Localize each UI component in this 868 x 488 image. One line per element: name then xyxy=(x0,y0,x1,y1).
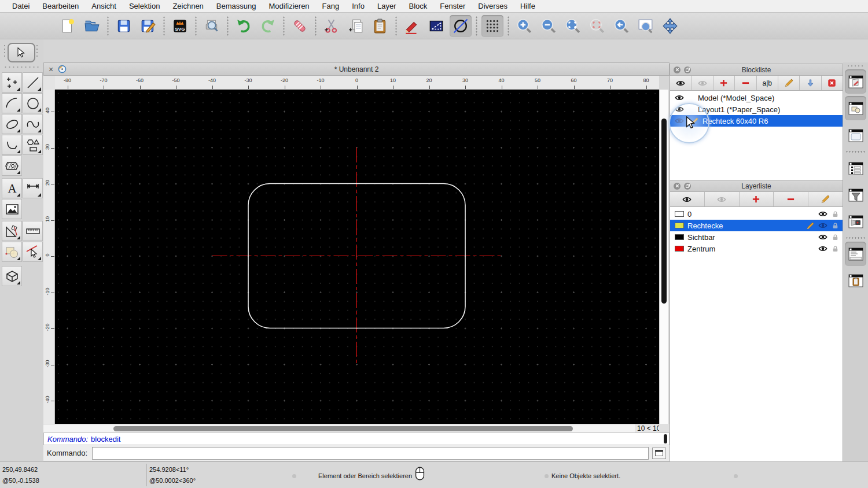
drag-handle[interactable] xyxy=(3,66,39,68)
remove-block-button[interactable] xyxy=(735,76,756,90)
block-list-titlebar[interactable]: Blockliste xyxy=(670,64,843,76)
print-preview-button[interactable] xyxy=(201,15,223,37)
modify-attributes-tool[interactable] xyxy=(23,242,43,262)
measure-tool[interactable] xyxy=(2,221,22,241)
drawing-window-titlebar[interactable]: × * Unbenannt 2 xyxy=(43,62,670,76)
hide-all-layers-button[interactable] xyxy=(705,192,740,206)
command-dock-button[interactable] xyxy=(845,242,866,266)
layer-row-rechtecke[interactable]: Rechtecke xyxy=(670,220,843,231)
delete-all-blocks-button[interactable] xyxy=(822,76,843,90)
drawing-canvas[interactable] xyxy=(55,90,659,424)
canvas-horizontal-scrollbar[interactable]: 10 < 100 xyxy=(43,424,670,432)
lock-icon[interactable] xyxy=(832,222,839,230)
command-input[interactable] xyxy=(92,447,649,460)
menu-info[interactable]: Info xyxy=(345,2,371,10)
dimension-tool[interactable] xyxy=(23,178,43,198)
layer-list-float-button[interactable] xyxy=(684,183,691,190)
close-tab-icon[interactable]: × xyxy=(49,65,53,74)
add-layer-button[interactable] xyxy=(740,192,774,206)
command-history-scrollbar[interactable] xyxy=(664,434,667,443)
menu-hilfe[interactable]: Hilfe xyxy=(514,2,542,10)
rename-block-button[interactable]: a|b xyxy=(757,76,778,90)
cut-button[interactable] xyxy=(321,15,343,37)
new-document-button[interactable] xyxy=(57,15,79,37)
delete-button[interactable] xyxy=(289,15,311,37)
menu-zeichnen[interactable]: Zeichnen xyxy=(166,2,209,10)
layer-list-titlebar[interactable]: Layerliste xyxy=(670,180,843,192)
zoom-auto-button[interactable] xyxy=(562,15,584,37)
library-dock-button[interactable] xyxy=(845,156,866,180)
paste-button[interactable] xyxy=(369,15,391,37)
menu-selektion[interactable]: Selektion xyxy=(123,2,166,10)
block-edit-dock-button[interactable] xyxy=(845,69,866,94)
lock-icon[interactable] xyxy=(832,234,839,241)
projection-dock-button[interactable] xyxy=(845,209,866,234)
filter-dock-button[interactable] xyxy=(845,183,866,207)
show-all-blocks-button[interactable] xyxy=(670,76,692,90)
zoom-back-button[interactable] xyxy=(610,15,632,37)
undo-button[interactable] xyxy=(233,15,255,37)
solid-3d-tool[interactable] xyxy=(2,266,22,286)
menu-datei[interactable]: Datei xyxy=(6,2,36,10)
h-scroll-thumb[interactable] xyxy=(113,426,573,431)
lock-icon[interactable] xyxy=(832,245,839,253)
spline-tool[interactable] xyxy=(23,114,43,134)
eye-icon[interactable] xyxy=(818,221,827,230)
hatch-tool[interactable] xyxy=(2,156,22,176)
drag-handle[interactable] xyxy=(847,65,864,67)
menu-modifizieren[interactable]: Modifizieren xyxy=(263,2,316,10)
eye-icon[interactable] xyxy=(818,232,827,242)
save-as-button[interactable] xyxy=(137,15,159,37)
show-all-layers-button[interactable] xyxy=(670,192,705,206)
arc-tool[interactable] xyxy=(2,93,22,113)
menu-bearbeiten[interactable]: Bearbeiten xyxy=(36,2,85,10)
menu-diverses[interactable]: Diverses xyxy=(472,2,514,10)
edit-block-button[interactable] xyxy=(778,76,800,90)
hide-all-blocks-button[interactable] xyxy=(692,76,713,90)
lock-icon[interactable] xyxy=(832,210,839,218)
line-tool[interactable] xyxy=(23,72,43,93)
add-block-button[interactable] xyxy=(713,76,735,90)
draw-pencil-button[interactable] xyxy=(401,15,423,37)
zoom-previous-button[interactable] xyxy=(586,15,608,37)
block-list-close-button[interactable] xyxy=(674,66,681,73)
menu-fenster[interactable]: Fenster xyxy=(433,2,472,10)
edit-layer-button[interactable] xyxy=(808,192,843,206)
copy-button[interactable] xyxy=(345,15,367,37)
layer-list-close-button[interactable] xyxy=(674,183,681,190)
menu-fang[interactable]: Fang xyxy=(316,2,346,10)
modify-tool[interactable] xyxy=(2,242,22,262)
menu-block[interactable]: Block xyxy=(402,2,433,10)
layer-row-zentrum[interactable]: Zentrum xyxy=(670,243,843,254)
eye-icon[interactable] xyxy=(675,93,684,102)
canvas-vertical-scrollbar[interactable] xyxy=(659,90,668,424)
command-options-button[interactable] xyxy=(652,448,666,459)
menu-bemassung[interactable]: Bemassung xyxy=(210,2,263,10)
preview-dock-button[interactable] xyxy=(845,123,866,147)
save-button[interactable] xyxy=(113,15,135,37)
layer-row-0[interactable]: 0 xyxy=(670,208,843,220)
layer-row-sichtbar[interactable]: Sichtbar xyxy=(670,231,843,243)
circle-tool[interactable] xyxy=(23,93,43,113)
drag-handle[interactable] xyxy=(36,44,38,59)
drag-handle[interactable] xyxy=(3,44,6,59)
block-row-model[interactable]: Model (*Model_Space) xyxy=(670,92,843,103)
clipboard-dock-button[interactable] xyxy=(845,268,866,293)
v-scroll-thumb[interactable] xyxy=(661,119,667,304)
polyline-tool[interactable] xyxy=(2,135,22,155)
line-box-button[interactable] xyxy=(425,15,447,37)
points-tool[interactable] xyxy=(2,72,22,93)
draft-mode-button[interactable] xyxy=(450,15,472,37)
menu-ansicht[interactable]: Ansicht xyxy=(85,2,123,10)
select-tool-button[interactable] xyxy=(8,43,35,62)
zoom-out-button[interactable] xyxy=(538,15,560,37)
ellipse-tool[interactable] xyxy=(2,114,22,134)
ruler-tool[interactable] xyxy=(23,221,43,241)
image-tool[interactable] xyxy=(2,199,22,219)
modify-dock-button[interactable] xyxy=(845,96,866,120)
block-list-float-button[interactable] xyxy=(684,66,691,73)
eye-icon[interactable] xyxy=(818,209,827,219)
redo-button[interactable] xyxy=(257,15,279,37)
zoom-window-button[interactable] xyxy=(635,15,657,37)
grid-toggle-button[interactable] xyxy=(481,15,503,37)
